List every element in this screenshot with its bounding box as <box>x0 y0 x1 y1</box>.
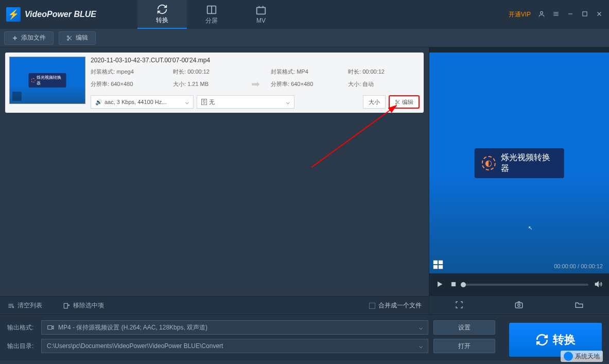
remove-selected-button[interactable]: 移除选中项 <box>63 301 104 310</box>
app-logo: ⚡ VideoPower BLUE <box>6 7 96 22</box>
svg-rect-34 <box>439 265 443 269</box>
svg-rect-36 <box>451 282 456 286</box>
titlebar: ⚡ VideoPower BLUE 转换 分屏 MV 开通VIP <box>0 0 609 29</box>
svg-rect-10 <box>583 11 587 15</box>
svg-rect-28 <box>64 303 67 308</box>
preview-tools <box>429 296 609 315</box>
svg-point-15 <box>67 36 69 37</box>
menu-icon[interactable] <box>552 10 560 19</box>
file-panel: 烁光视频转换器 2020-11-03-10-42-37.CUT.00'07-00… <box>0 47 429 315</box>
minimize-icon[interactable] <box>567 10 574 19</box>
svg-point-19 <box>395 100 397 101</box>
remove-icon <box>63 302 70 309</box>
checkbox-icon[interactable] <box>369 303 375 309</box>
scissors-icon <box>66 35 73 41</box>
preview-video[interactable]: ◐ 烁光视频转换器 ↖ <box>429 53 609 273</box>
bottom-bar: 输出格式: MP4 - 保持源视频设置 (H.264; AAC, 128Kbps… <box>0 315 609 360</box>
file-edit-button[interactable]: 编辑 <box>389 95 420 109</box>
chevron-down-icon: ⌵ <box>419 324 423 331</box>
svg-rect-2 <box>257 8 266 14</box>
output-format-select[interactable]: MP4 - 保持源视频设置 (H.264; AAC, 128Kbps, 双声道)… <box>41 320 428 335</box>
subtitle-icon: 🅂 <box>201 99 207 105</box>
app-logo-icon: ⚡ <box>6 7 21 22</box>
play-bar: 00:00:00 / 00:00:12 <box>429 273 609 296</box>
app-title: VideoPower BLUE <box>25 10 96 19</box>
svg-marker-41 <box>52 326 54 329</box>
snapshot-button[interactable] <box>514 300 524 311</box>
seek-track[interactable] <box>463 284 588 286</box>
file-list: 烁光视频转换器 2020-11-03-10-42-37.CUT.00'07-00… <box>0 47 429 296</box>
merge-toggle[interactable]: 合并成一个文件 <box>369 301 422 310</box>
play-button[interactable] <box>436 280 444 290</box>
svg-marker-35 <box>438 281 442 287</box>
preview-overlay: ◐ 烁光视频转换器 <box>474 148 564 178</box>
user-icon[interactable] <box>538 10 545 19</box>
svg-marker-37 <box>595 282 598 286</box>
svg-rect-31 <box>433 261 438 264</box>
mv-icon <box>255 5 267 16</box>
svg-point-5 <box>541 11 543 14</box>
cursor-icon: ↖ <box>528 225 532 231</box>
split-icon <box>206 4 217 15</box>
maximize-icon[interactable] <box>581 10 588 19</box>
main-tabs: 转换 分屏 MV <box>137 0 286 29</box>
svg-point-39 <box>518 304 520 306</box>
svg-rect-33 <box>433 265 438 269</box>
windows-start-icon <box>12 92 22 101</box>
clear-icon <box>7 302 14 309</box>
plus-icon <box>12 35 18 41</box>
tab-mv[interactable]: MV <box>236 0 286 29</box>
list-footer: 清空列表 移除选中项 合并成一个文件 <box>0 296 429 315</box>
chevron-down-icon: ⌵ <box>185 99 189 106</box>
vip-link[interactable]: 开通VIP <box>509 10 531 19</box>
toolbar: 添加文件 编辑 <box>0 29 609 47</box>
subtitle-select[interactable]: 🅂无 ⌵ <box>197 95 294 109</box>
svg-point-16 <box>67 39 69 40</box>
time-display: 00:00:00 / 00:00:12 <box>554 263 603 269</box>
svg-rect-40 <box>48 326 52 330</box>
close-icon[interactable] <box>596 10 603 19</box>
preview-panel: ◐ 烁光视频转换器 ↖ 00:00:00 / 00:00:12 <box>429 47 609 315</box>
output-dir-select[interactable]: C:\Users\pc\Documents\VideoPower\VideoPo… <box>41 339 428 353</box>
svg-rect-32 <box>439 261 443 264</box>
file-name: 2020-11-03-10-42-37.CUT.00'07-00'24.mp4 <box>91 57 420 64</box>
file-card[interactable]: 烁光视频转换器 2020-11-03-10-42-37.CUT.00'07-00… <box>5 53 424 113</box>
add-file-button[interactable]: 添加文件 <box>4 31 54 45</box>
volume-button[interactable] <box>595 280 603 290</box>
thumb-badge: 烁光视频转换器 <box>29 73 66 88</box>
open-dir-button[interactable]: 打开 <box>433 339 495 353</box>
watermark: 系统天地 <box>561 351 603 362</box>
svg-point-20 <box>395 102 397 104</box>
video-icon <box>47 324 54 331</box>
refresh-icon <box>535 333 549 346</box>
clear-list-button[interactable]: 清空列表 <box>7 301 42 310</box>
windows-start-icon <box>432 259 444 270</box>
audio-select[interactable]: 🔊aac, 3 Kbps, 44100 Hz... ⌵ <box>91 95 194 109</box>
titlebar-right: 开通VIP <box>509 10 603 19</box>
output-format-label: 输出格式: <box>7 323 36 332</box>
folder-button[interactable] <box>575 300 584 311</box>
settings-button[interactable]: 设置 <box>433 320 495 335</box>
overlay-logo-icon: ◐ <box>481 156 495 170</box>
scissors-icon <box>395 99 401 105</box>
output-dir-label: 输出目录: <box>7 342 36 351</box>
size-button[interactable]: 大小 <box>363 95 386 109</box>
file-thumbnail[interactable]: 烁光视频转换器 <box>9 57 85 104</box>
arrow-right-icon: ➡ <box>251 78 260 90</box>
refresh-icon <box>156 4 168 15</box>
svg-rect-38 <box>516 303 523 308</box>
chevron-down-icon: ⌵ <box>286 99 290 106</box>
fullscreen-button[interactable] <box>455 300 464 311</box>
watermark-icon <box>564 352 573 361</box>
audio-icon: 🔊 <box>95 99 102 106</box>
tab-split[interactable]: 分屏 <box>187 0 236 29</box>
tab-convert[interactable]: 转换 <box>137 0 187 29</box>
chevron-down-icon: ⌵ <box>419 342 423 350</box>
seek-knob[interactable] <box>461 282 466 287</box>
edit-button[interactable]: 编辑 <box>59 31 96 45</box>
stop-button[interactable] <box>450 281 457 289</box>
